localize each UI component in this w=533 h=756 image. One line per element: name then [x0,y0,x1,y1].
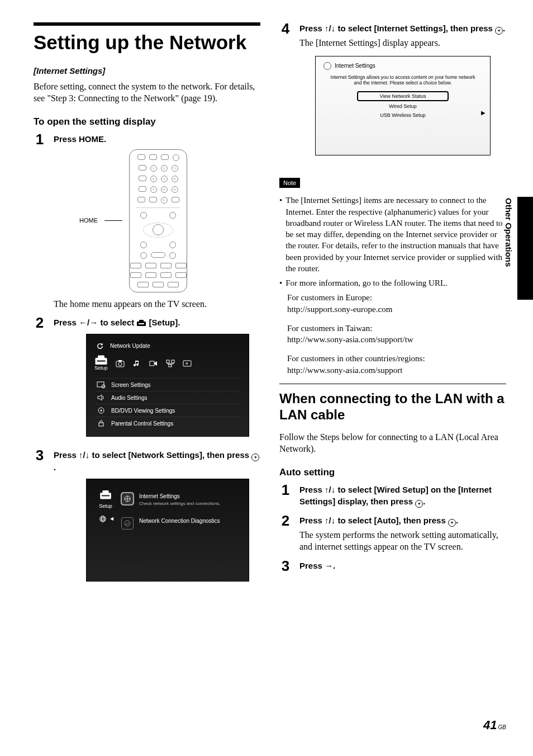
page-title: Setting up the Network [34,29,260,55]
lan-heading: When connecting to the LAN with a LAN ca… [279,391,506,423]
enter-plus-icon: + [251,453,259,461]
note-bullet-2: For more information, go to the followin… [285,277,448,289]
side-tab-label: Other Operations [503,198,514,267]
step-3-instruction: Press ↑/↓ to select [Network Settings], … [54,449,260,473]
home-callout-label: HOME [79,216,98,225]
right-column: 4 Press ↑/↓ to select [Internet Settings… [277,22,506,590]
page-locale: GB [498,724,506,731]
audio-settings-label: Audio Settings [111,394,147,402]
setup-toolbox-icon [99,489,112,500]
auto-step-3-instruction: Press →. [299,560,506,571]
internet-settings-subhead: [Internet Settings] [34,65,260,77]
page-number: 41 [483,717,497,734]
svg-point-7 [118,362,122,366]
auto-step-2-body: The system performs the network setting … [299,529,506,553]
step-1: 1 Press HOME. HOME 123 456 789 0 [34,133,260,310]
network-diagnostics-item: Network Connection Diagnostics [121,517,240,530]
svg-rect-8 [118,360,122,362]
setup-label: Setup [99,503,112,509]
bddvd-settings-icon [97,407,106,414]
step-2-instruction: Press ←/→ to select [Setup]. [54,316,260,328]
note-label: Note [279,178,300,188]
internet-settings-title: Internet Settings [139,493,220,500]
step-4-body: The [Internet Settings] display appears. [299,37,506,49]
svg-rect-1 [139,320,144,322]
parental-settings-label: Parental Control Settings [111,420,173,428]
note-bullet-1: The [Internet Settings] items are necess… [285,195,506,274]
up-down-arrows: ↑/↓ [325,485,335,494]
step-number: 2 [34,315,46,330]
screen-settings-icon [97,381,106,389]
step-3: 3 Press ↑/↓ to select [Network Settings]… [34,449,260,584]
music-icon [132,360,141,367]
svg-rect-20 [102,490,108,494]
auto-setting-heading: Auto setting [279,466,506,479]
url-europe: For customers in Europe: http://support.… [287,292,506,315]
left-right-arrows: ←/→ [79,318,98,327]
enter-plus-icon: + [495,27,503,35]
network-icon [166,360,175,367]
step-1-instruction: Press HOME. [54,133,260,145]
internet-settings-item: Internet Settings Check network settings… [121,493,240,507]
step-number: 1 [279,483,292,497]
svg-rect-2 [139,323,144,324]
page: Setting up the Network [Internet Setting… [0,0,533,590]
right-arrow: → [325,561,333,570]
setup-toolbox-icon [94,354,108,366]
step-4-instruction: Press ↑/↓ to select [Internet Settings],… [299,22,506,35]
up-down-arrows: ↑/↓ [325,23,335,33]
usb-wireless-option: USB Wireless Setup [380,112,426,119]
wired-setup-option: Wired Setup [389,103,417,110]
step-number: 2 [279,513,292,528]
photo-icon [116,360,125,367]
svg-rect-11 [172,360,174,363]
lan-intro: Follow the Steps below for connecting to… [279,431,506,455]
update-icon [96,342,104,350]
svg-rect-21 [102,495,110,497]
internet-settings-figure: Internet Settings Internet Settings allo… [315,56,491,155]
step-1-body: The home menu appears on the TV screen. [54,298,260,310]
url-other: For customers in other countries/regions… [287,353,506,376]
svg-rect-18 [99,423,103,426]
globe-icon [323,62,331,70]
step-number: 1 [34,132,46,147]
step-4: 4 Press ↑/↓ to select [Internet Settings… [279,22,506,160]
svg-point-15 [102,385,105,388]
step-number: 4 [279,21,292,36]
auto-step-2-instruction: Press ↑/↓ to select [Auto], then press +… [299,514,506,527]
input-icon [183,360,192,367]
internet-settings-desc-1: Internet Settings allows you to access c… [331,74,475,80]
setup-label: Setup [94,365,108,371]
step-number: 3 [34,448,46,462]
setup-menu-figure: Network Update Setup [86,334,249,437]
svg-rect-14 [97,382,104,387]
side-tab-marker [517,197,533,300]
callout-line [104,220,122,221]
svg-point-25 [125,521,130,526]
svg-rect-9 [150,361,154,366]
svg-point-17 [101,410,102,412]
remote-control-icon: 123 456 789 0 [129,149,187,292]
svg-rect-10 [166,360,169,363]
right-steps-top: 4 Press ↑/↓ to select [Internet Settings… [279,22,506,160]
enter-plus-icon: + [415,500,423,508]
video-icon [149,360,158,367]
internet-settings-sub: Check network settings and connections. [139,501,220,507]
intro-paragraph: Before setting, connect the system to th… [34,81,260,105]
step-number: 3 [279,559,292,573]
parental-settings-icon [97,419,106,427]
network-settings-figure: Setup ◀ Internet Settings [86,479,249,582]
url-taiwan: For customers in Taiwan: http://www.sony… [287,323,506,346]
note-bullets: The [Internet Settings] items are necess… [279,195,506,289]
up-down-arrows: ↑/↓ [79,450,89,460]
page-footer: 41 GB [483,717,506,734]
remote-figure: HOME 123 456 789 0 [79,149,260,292]
auto-step-1: 1 Press ↑/↓ to select [Wired Setup] on t… [279,484,506,508]
globe-icon [98,514,108,524]
step-2: 2 Press ←/→ to select [Setup]. Networ [34,316,260,442]
network-diagnostics-title: Network Connection Diagnostics [139,517,220,525]
bddvd-settings-label: BD/DVD Viewing Settings [111,407,175,415]
auto-step-1-instruction: Press ↑/↓ to select [Wired Setup] on the… [299,484,506,508]
view-network-status-option: View Network Status [358,92,449,101]
svg-rect-4 [98,356,104,359]
